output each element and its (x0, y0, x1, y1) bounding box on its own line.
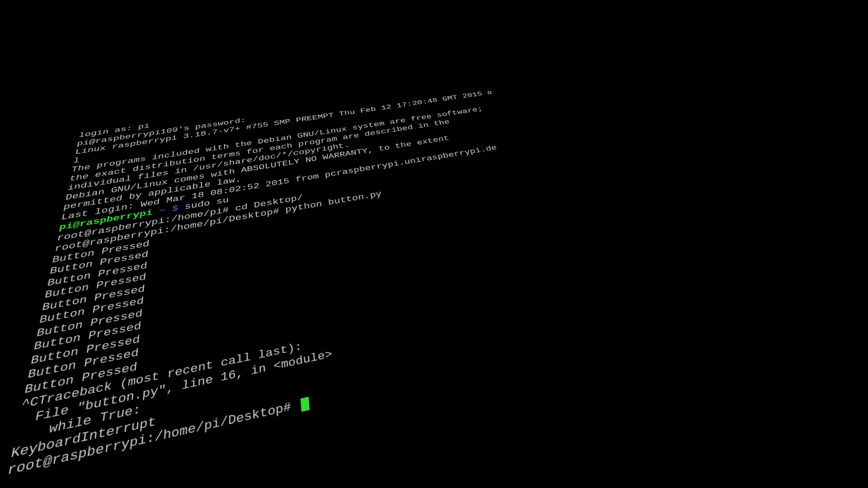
terminal-scene: login as: pipi@raspberrypi109's password… (0, 0, 868, 488)
terminal-output[interactable]: login as: pipi@raspberrypi109's password… (6, 66, 685, 480)
cursor-icon (301, 397, 310, 412)
